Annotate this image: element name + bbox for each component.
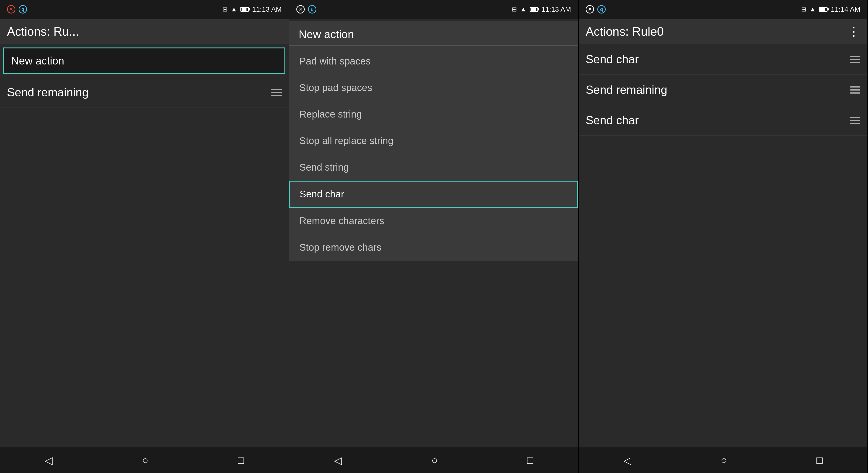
status-time-3: 11:14 AM — [831, 5, 860, 13]
action-label-send-char-1-3: Send char — [586, 53, 639, 66]
wifi-icon-3: ▲ — [809, 6, 816, 13]
q-icon-2: q — [308, 5, 316, 13]
back-icon-1[interactable]: ◁ — [45, 454, 53, 466]
close-icon-1: ✕ — [7, 5, 16, 13]
action-label-send-char-2-3: Send char — [586, 113, 639, 127]
action-label-send-remaining-3: Send remaining — [586, 83, 667, 97]
dropdown-item-stop-remove[interactable]: Stop remove chars — [289, 234, 578, 261]
app-bar-3: Actions: Rule0 ⋮ — [579, 19, 867, 44]
action-label-1: Send remaining — [7, 86, 89, 99]
q-icon-1: q — [19, 5, 27, 13]
status-bar-3: ✕ q ⊟ ▲ 11:14 AM — [579, 0, 867, 19]
status-bar-right-1: ⊟ ▲ 11:13 AM — [222, 5, 282, 13]
status-time-1: 11:13 AM — [252, 5, 282, 13]
recents-icon-2[interactable]: □ — [527, 454, 533, 466]
status-time-2: 11:13 AM — [541, 5, 571, 13]
dropdown-item-remove-chars[interactable]: Remove characters — [289, 208, 578, 234]
home-icon-3[interactable]: ○ — [721, 454, 727, 466]
nav-bar-2: ◁ ○ □ — [289, 447, 578, 473]
dropdown-item-replace-string[interactable]: Replace string — [289, 101, 578, 128]
status-bar-right-3: ⊟ ▲ 11:14 AM — [801, 5, 860, 13]
dropdown-item-send-char[interactable]: Send char — [289, 181, 578, 208]
action-item-send-char-2-3[interactable]: Send char — [579, 105, 867, 136]
status-bar-right-2: ⊟ ▲ 11:13 AM — [512, 5, 571, 13]
back-icon-3[interactable]: ◁ — [623, 454, 631, 466]
action-item-send-remaining-1[interactable]: Send remaining — [0, 77, 289, 108]
dropdown-title-2: New action — [289, 21, 578, 45]
drag-handle-send-char-1-3[interactable] — [850, 56, 860, 63]
cast-icon-3: ⊟ — [801, 6, 806, 13]
nav-bar-1: ◁ ○ □ — [0, 447, 289, 473]
action-item-send-char-1-3[interactable]: Send char — [579, 44, 867, 75]
battery-icon-2 — [530, 7, 538, 12]
home-icon-1[interactable]: ○ — [142, 454, 148, 466]
close-icon-2: ✕ — [296, 5, 305, 13]
status-bar-left-icons-2: ✕ q — [296, 5, 316, 13]
cast-icon-1: ⊟ — [222, 6, 227, 13]
battery-icon-1 — [240, 7, 249, 12]
close-icon-3: ✕ — [586, 5, 594, 13]
status-bar-left-icons-3: ✕ q — [586, 5, 606, 13]
app-title-3: Actions: Rule0 — [586, 25, 664, 38]
phone-3: ✕ q ⊟ ▲ 11:14 AM Actions: Rule0 ⋮ Send c… — [579, 0, 868, 473]
app-bar-1: Actions: Ru... — [0, 19, 289, 44]
dropdown-item-stop-pad[interactable]: Stop pad spaces — [289, 74, 578, 101]
nav-bar-3: ◁ ○ □ — [579, 447, 867, 473]
q-icon-3: q — [597, 5, 606, 13]
new-action-button-1[interactable]: New action — [3, 47, 285, 74]
recents-icon-3[interactable]: □ — [816, 454, 823, 466]
action-item-send-remaining-3[interactable]: Send remaining — [579, 75, 867, 105]
recents-icon-1[interactable]: □ — [238, 454, 244, 466]
drag-handle-1[interactable] — [271, 89, 282, 96]
battery-icon-3 — [819, 7, 828, 12]
dropdown-item-pad-spaces[interactable]: Pad with spaces — [289, 48, 578, 74]
content-1: Send remaining — [0, 77, 289, 447]
wifi-icon-2: ▲ — [520, 6, 527, 13]
phone-2: ✕ q ⊟ ▲ 11:13 AM New action Pad with spa… — [289, 0, 579, 473]
status-bar-1: ✕ q ⊟ ▲ 11:13 AM — [0, 0, 289, 19]
content-3: Send char Send remaining Send char — [579, 44, 867, 447]
phone-1: ✕ q ⊟ ▲ 11:13 AM Actions: Ru... New acti… — [0, 0, 289, 473]
drag-handle-send-char-2-3[interactable] — [850, 117, 860, 124]
wifi-icon-1: ▲ — [231, 6, 237, 13]
drag-handle-send-remaining-3[interactable] — [850, 87, 860, 94]
status-bar-left-icons-1: ✕ q — [7, 5, 27, 13]
dropdown-item-send-string[interactable]: Send string — [289, 154, 578, 181]
dropdown-item-stop-replace[interactable]: Stop all replace string — [289, 128, 578, 154]
app-title-1: Actions: Ru... — [7, 25, 79, 38]
content-2 — [289, 263, 578, 447]
home-icon-2[interactable]: ○ — [431, 454, 438, 466]
new-action-label-1: New action — [11, 55, 64, 67]
dropdown-divider-2 — [289, 45, 578, 46]
cast-icon-2: ⊟ — [512, 6, 517, 13]
status-bar-2: ✕ q ⊟ ▲ 11:13 AM — [289, 0, 578, 19]
overflow-menu-icon-3[interactable]: ⋮ — [848, 25, 860, 38]
back-icon-2[interactable]: ◁ — [334, 454, 342, 466]
dropdown-menu-2: New action Pad with spaces Stop pad spac… — [289, 21, 578, 261]
